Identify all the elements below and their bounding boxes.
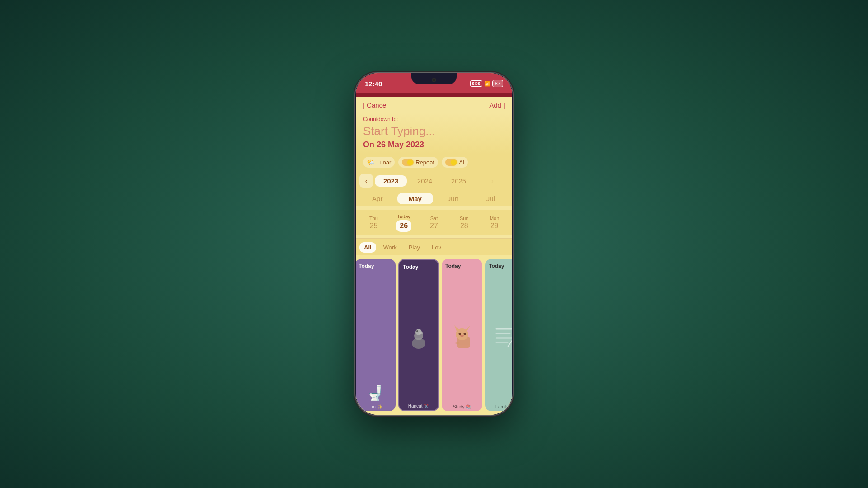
card3-title: Today — [445, 263, 461, 269]
day-29[interactable]: Mon 29 — [480, 214, 509, 232]
card3-illustration — [442, 271, 482, 403]
year-picker: ‹ 2023 2024 2025 › — [356, 170, 512, 191]
day-25-label: Thu — [359, 216, 388, 221]
year-2026[interactable]: › — [476, 176, 509, 186]
svg-point-10 — [463, 333, 466, 335]
phone-inner: 12:40 SOS 📶 87 | Cancel Add | Countdown … — [356, 73, 512, 415]
cat-svg — [450, 323, 475, 350]
month-jul[interactable]: Jul — [473, 193, 509, 204]
day-28-num: 28 — [450, 222, 478, 230]
svg-point-4 — [419, 332, 423, 334]
card1-footer: ...m ✨ — [356, 403, 396, 411]
lunar-icon: 🌤️ — [367, 159, 374, 166]
day-25-num: 25 — [359, 222, 388, 230]
month-jun[interactable]: Jun — [435, 193, 471, 204]
divider-1 — [356, 207, 512, 207]
card1-title: Today — [359, 263, 374, 269]
lunar-toggle[interactable]: 🌤️ Lunar — [363, 157, 395, 168]
day-26-num: 26 — [396, 220, 411, 232]
month-apr[interactable]: Apr — [359, 193, 396, 204]
widget-card-1[interactable]: Today 🚽 ...m ✨ — [356, 259, 396, 411]
alert-knob — [451, 160, 457, 165]
cat-work[interactable]: Work — [379, 242, 401, 253]
card2-title: Today — [403, 264, 418, 270]
app-header-bar — [356, 93, 512, 97]
card3-footer: Study 📚 — [442, 403, 482, 411]
card2-footer: Haircut ✂️ — [399, 402, 438, 410]
battery-indicator: 87 — [492, 80, 503, 87]
lunar-label: Lunar — [376, 159, 391, 166]
day-25[interactable]: Thu 25 — [359, 214, 388, 232]
category-filter: All Work Play Lov — [356, 239, 512, 255]
status-time: 12:40 — [365, 80, 382, 88]
day-picker: Thu 25 Today 26 Sat 27 Sun 28 Mon 29 — [356, 210, 512, 235]
svg-point-9 — [458, 333, 461, 335]
day-27-label: Sat — [420, 216, 448, 221]
svg-point-3 — [416, 330, 418, 332]
lines-svg — [494, 324, 512, 349]
status-icons: SOS 📶 87 — [470, 80, 503, 87]
top-nav: | Cancel Add | — [356, 97, 512, 113]
day-29-label: Mon — [480, 216, 509, 221]
day-26[interactable]: Today 26 — [390, 212, 418, 234]
widget-card-2[interactable]: Today Haircut ✂️ — [398, 259, 439, 411]
widget-card-4[interactable]: Today Family ✂️ — [485, 259, 512, 411]
countdown-section: Countdown to: Start Typing... On 26 May … — [356, 113, 512, 154]
day-28[interactable]: Sun 28 — [450, 214, 478, 232]
svg-rect-12 — [455, 342, 460, 344]
card1-illustration: 🚽 — [356, 271, 396, 403]
wifi-icon: 📶 — [484, 81, 491, 87]
alert-toggle[interactable]: Al — [442, 157, 468, 168]
day-27-num: 27 — [420, 222, 448, 230]
year-prev-button[interactable]: ‹ — [359, 174, 373, 188]
card4-footer: Family ✂️ — [485, 403, 512, 411]
countdown-placeholder[interactable]: Start Typing... — [363, 124, 505, 138]
year-2025[interactable]: 2025 — [443, 175, 475, 187]
bird-svg — [407, 323, 430, 350]
divider-2 — [356, 238, 512, 239]
card1-header: Today — [356, 259, 396, 271]
svg-point-11 — [460, 335, 464, 337]
card2-illustration — [399, 272, 438, 402]
repeat-label: Repeat — [415, 159, 434, 166]
month-picker: Apr May Jun Jul — [356, 191, 512, 206]
card3-header: Today — [442, 259, 482, 271]
add-button[interactable]: Add | — [489, 101, 505, 109]
cancel-button[interactable]: | Cancel — [363, 101, 388, 109]
card4-title: Today — [489, 263, 504, 269]
alert-switch[interactable] — [445, 159, 457, 166]
day-29-num: 29 — [480, 222, 509, 230]
app-content: | Cancel Add | Countdown to: Start Typin… — [356, 97, 512, 415]
phone-frame: 12:40 SOS 📶 87 | Cancel Add | Countdown … — [355, 72, 513, 416]
day-26-label: Today — [390, 214, 418, 219]
toggle-row: 🌤️ Lunar Repeat Al — [356, 154, 512, 170]
toilet-icon: 🚽 — [366, 385, 384, 402]
cat-love[interactable]: Lov — [427, 242, 446, 253]
camera-dot — [432, 78, 436, 82]
cat-play[interactable]: Play — [404, 242, 425, 253]
cat-all[interactable]: All — [359, 242, 376, 253]
month-may[interactable]: May — [397, 193, 434, 204]
widget-cards-row: Today 🚽 ...m ✨ Today — [356, 255, 512, 415]
repeat-switch[interactable] — [402, 159, 414, 166]
card4-header: Today — [485, 259, 512, 271]
svg-marker-8 — [466, 325, 470, 331]
card2-header: Today — [399, 260, 438, 272]
repeat-toggle[interactable]: Repeat — [398, 157, 438, 168]
widget-card-3[interactable]: Today — [442, 259, 482, 411]
year-2024[interactable]: 2024 — [409, 175, 441, 187]
repeat-knob — [407, 160, 413, 165]
year-2023[interactable]: 2023 — [375, 175, 407, 187]
card4-illustration — [485, 271, 512, 403]
day-28-label: Sun — [450, 216, 478, 221]
countdown-label: Countdown to: — [363, 116, 505, 122]
day-27[interactable]: Sat 27 — [420, 214, 448, 232]
countdown-date: On 26 May 2023 — [363, 140, 505, 150]
notch — [411, 73, 457, 84]
sos-badge: SOS — [470, 80, 482, 87]
alert-label: Al — [459, 159, 464, 166]
